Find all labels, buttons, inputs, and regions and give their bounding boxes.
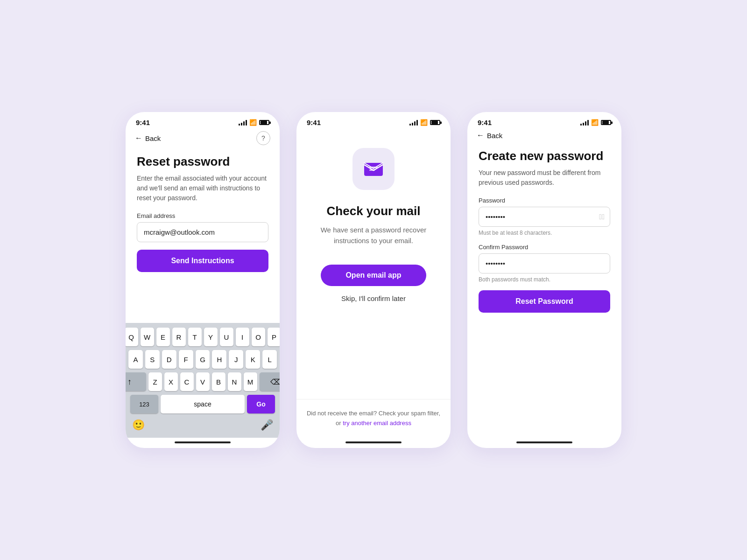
mail-icon [362,157,385,181]
footer-link-prefix: or [336,420,343,427]
phones-container: 9:41 📶 ← Back ? [126,84,621,476]
key-L[interactable]: L [262,350,277,369]
key-Q[interactable]: Q [126,328,138,346]
keyboard-row-1: Q W E R T Y U I O P [128,328,277,346]
keyboard-bottom: 🙂 🎤 [128,417,277,435]
status-bar-1: 9:41 📶 [126,112,280,129]
status-bar-2: 9:41 📶 [296,112,451,129]
back-arrow-icon-3: ← [477,131,484,140]
password-input[interactable] [479,207,610,227]
email-input[interactable] [137,222,268,242]
key-X[interactable]: X [164,372,178,391]
help-icon: ? [261,134,265,142]
password-label: Password [479,197,610,204]
skip-link[interactable]: Skip, I'll confirm later [341,294,406,302]
wifi-icon: 📶 [249,119,257,126]
open-email-button[interactable]: Open email app [321,265,426,286]
key-S[interactable]: S [145,350,160,369]
key-R[interactable]: R [172,328,186,346]
key-J[interactable]: J [229,350,243,369]
confirm-password-wrapper [479,253,610,273]
nav-bar-3: ← Back [467,129,621,144]
key-U[interactable]: U [220,328,233,346]
key-go[interactable]: Go [247,395,275,413]
key-A[interactable]: A [128,350,143,369]
key-C[interactable]: C [180,372,194,391]
status-icons-3: 📶 [580,119,611,126]
key-D[interactable]: D [162,350,176,369]
key-B[interactable]: B [212,372,226,391]
check-mail-main: Check your mail We have sent a password … [296,129,451,399]
confirm-hint: Both passwords must match. [479,276,610,283]
status-icons-1: 📶 [239,119,269,126]
key-G[interactable]: G [196,350,210,369]
key-K[interactable]: K [246,350,260,369]
battery-icon [259,120,269,125]
back-button-3[interactable]: ← Back [477,131,502,140]
mail-icon-background [352,148,395,190]
wifi-icon-2: 📶 [420,119,428,126]
create-password-subtitle: Your new password must be different from… [479,168,610,188]
key-W[interactable]: W [141,328,154,346]
phone-reset-password: 9:41 📶 ← Back ? [126,112,280,448]
try-another-email-link[interactable]: try another email address [343,420,411,427]
back-label-1: Back [145,134,161,142]
status-time-3: 9:41 [478,119,492,126]
key-I[interactable]: I [236,328,249,346]
key-N[interactable]: N [228,372,241,391]
back-button-1[interactable]: ← Back [135,134,161,142]
mic-icon[interactable]: 🎤 [261,419,273,431]
key-F[interactable]: F [179,350,193,369]
wifi-icon-3: 📶 [591,119,599,126]
create-password-title: Create new password [479,149,610,163]
footer-text: Did not receive the email? Check your sp… [307,410,440,417]
key-backspace[interactable]: ⌫ [260,372,280,391]
confirm-password-label: Confirm Password [479,244,610,251]
nav-bar-1: ← Back ? [126,129,280,150]
home-indicator-3 [516,441,572,443]
status-time-2: 9:41 [307,119,321,126]
key-V[interactable]: V [196,372,210,391]
help-button-1[interactable]: ? [256,131,270,145]
back-label-3: Back [487,132,502,140]
key-T[interactable]: T [188,328,202,346]
home-indicator-1 [175,441,231,443]
signal-icon [239,120,247,126]
keyboard-row-3: ↑ Z X C V B N M ⌫ [128,372,277,391]
reset-subtitle: Enter the email associated with your acc… [137,174,268,203]
password-hint: Must be at least 8 characters. [479,230,610,236]
send-instructions-button[interactable]: Send Instructions [137,250,268,272]
check-mail-title: Check your mail [327,204,421,218]
home-indicator-2 [345,441,402,443]
check-mail-footer: Did not receive the email? Check your sp… [296,399,451,438]
emoji-icon[interactable]: 🙂 [132,419,145,431]
email-label: Email address [137,212,268,219]
key-Z[interactable]: Z [148,372,162,391]
keyboard-row-2: A S D F G H J K L [128,350,277,369]
reset-title: Reset password [137,154,268,169]
back-arrow-icon: ← [135,134,142,142]
phone-create-password: 9:41 📶 ← Back Crea [467,112,621,448]
reset-password-button[interactable]: Reset Password [479,290,610,313]
eye-icon[interactable]: 👁⃤ [599,213,605,221]
check-mail-subtitle: We have sent a password recover instruct… [308,225,439,246]
password-wrapper: 👁⃤ [479,207,610,227]
key-123[interactable]: 123 [130,395,158,413]
key-H[interactable]: H [212,350,226,369]
battery-icon-3 [601,120,611,125]
key-M[interactable]: M [244,372,257,391]
keyboard: Q W E R T Y U I O P A S D F G H J K L [126,323,280,438]
key-shift[interactable]: ↑ [126,372,146,391]
create-password-content: Create new password Your new password mu… [467,144,621,438]
key-Y[interactable]: Y [204,328,218,346]
signal-icon-3 [580,120,589,126]
key-P[interactable]: P [268,328,280,346]
key-O[interactable]: O [252,328,265,346]
signal-icon-2 [409,120,418,126]
keyboard-row-4: 123 space Go [128,395,277,413]
key-space[interactable]: space [161,395,245,413]
battery-icon-2 [430,120,440,125]
confirm-password-input[interactable] [479,253,610,273]
status-time-1: 9:41 [136,119,150,126]
key-E[interactable]: E [156,328,170,346]
